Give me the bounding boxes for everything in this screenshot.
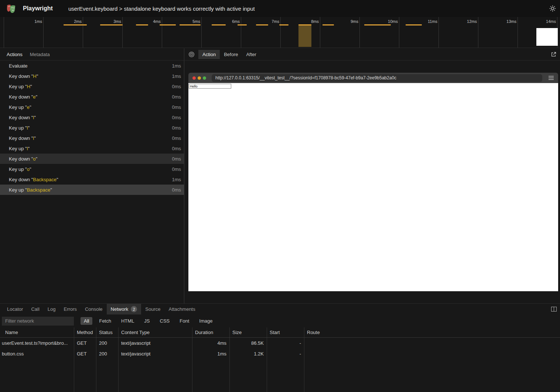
network-column-header[interactable]: Duration: [192, 330, 229, 335]
action-row[interactable]: Key down "o"0ms: [0, 154, 184, 164]
timeline-tick-label: 11ms: [399, 17, 439, 48]
timeline-action-bar[interactable]: [180, 24, 201, 25]
tab-actions[interactable]: Actions: [3, 48, 26, 60]
action-duration: 0ms: [172, 187, 181, 193]
timeline-action-bar[interactable]: [100, 24, 123, 25]
tab-label: Metadata: [30, 52, 50, 57]
action-key-value: e: [27, 104, 30, 110]
network-cell: text/javascript: [118, 340, 192, 346]
timeline-action-bar[interactable]: [136, 24, 148, 25]
timeline-tick-label: 5ms: [162, 17, 202, 48]
network-column-header[interactable]: Content Type: [118, 330, 192, 335]
network-column-header[interactable]: Method: [74, 330, 96, 335]
open-snapshot-external-icon[interactable]: [551, 52, 556, 57]
actions-panel-tabs: ActionsMetadata: [0, 48, 184, 61]
snapshot-text-input[interactable]: [189, 84, 231, 89]
details-tab-network[interactable]: Network2: [107, 304, 141, 314]
timeline[interactable]: 1ms2ms3ms4ms5ms6ms7ms8ms9ms10ms11ms12ms1…: [0, 17, 560, 48]
action-duration: 0ms: [172, 104, 181, 110]
network-table-header: NameMethodStatusContent TypeDurationSize…: [0, 327, 560, 338]
details-tab-locator[interactable]: Locator: [3, 304, 27, 314]
timeline-action-bar[interactable]: [406, 24, 422, 25]
action-row[interactable]: Key down "l"0ms: [0, 133, 184, 143]
action-row[interactable]: Key up "l"0ms: [0, 143, 184, 154]
snapshot-tab-label: After: [246, 52, 256, 57]
toggle-layout-icon[interactable]: [551, 307, 557, 312]
action-row[interactable]: Key down "H"1ms: [0, 71, 184, 81]
timeline-action-bar[interactable]: [322, 24, 334, 25]
snapshot-tab-action[interactable]: Action: [198, 50, 220, 59]
settings-gear-icon[interactable]: [549, 5, 556, 12]
network-column-header[interactable]: Route: [304, 330, 560, 335]
details-tab-source[interactable]: Source: [141, 304, 164, 314]
action-row[interactable]: Key down "Backspace"1ms: [0, 174, 184, 185]
action-label: Key up "e": [9, 104, 172, 110]
timeline-screenshot-thumbnail[interactable]: [536, 28, 558, 46]
timeline-action-bar[interactable]: [364, 24, 391, 25]
filter-chip-css[interactable]: CSS: [157, 317, 173, 325]
action-row[interactable]: Key up "l"0ms: [0, 123, 184, 133]
network-cell: 4ms: [192, 340, 229, 346]
pick-locator-target-icon[interactable]: [188, 51, 195, 58]
filter-chip-js[interactable]: JS: [141, 317, 153, 325]
filter-chip-all[interactable]: All: [81, 317, 92, 325]
snapshot-tab-after[interactable]: After: [242, 50, 260, 59]
network-column-header[interactable]: Start: [267, 330, 304, 335]
details-tab-call[interactable]: Call: [27, 304, 43, 314]
action-duration: 0ms: [172, 94, 181, 100]
filter-chip-fetch[interactable]: Fetch: [96, 317, 115, 325]
timeline-action-bar[interactable]: [212, 24, 226, 25]
timeline-action-bar[interactable]: [298, 24, 311, 25]
details-tab-log[interactable]: Log: [44, 304, 60, 314]
action-row[interactable]: Key up "e"0ms: [0, 102, 184, 112]
timeline-action-bar[interactable]: [256, 24, 268, 25]
details-tab-errors[interactable]: Errors: [59, 304, 81, 314]
action-duration: 0ms: [172, 146, 181, 151]
action-row[interactable]: Key up "H"0ms: [0, 81, 184, 92]
action-key-value: l: [27, 125, 28, 131]
timeline-action-bar[interactable]: [160, 24, 176, 25]
actions-panel: ActionsMetadata Evaluate1msKey down "H"1…: [0, 48, 184, 303]
snapshot-tab-before[interactable]: Before: [220, 50, 242, 59]
timeline-tick-label: 6ms: [202, 17, 241, 48]
snapshot-tabs: ActionBeforeAfter: [198, 48, 260, 60]
action-label: Evaluate: [9, 63, 172, 69]
timeline-action-bar[interactable]: [64, 24, 87, 25]
action-label: Key down "l": [9, 135, 172, 141]
details-panel: LocatorCallLogErrorsConsoleNetwork2Sourc…: [0, 303, 560, 392]
action-key-value: Backspace: [33, 177, 57, 182]
filter-chip-image[interactable]: Image: [196, 317, 216, 325]
network-cell: 1.2K: [229, 351, 267, 357]
network-cell: -: [267, 340, 304, 346]
details-tab-console[interactable]: Console: [81, 304, 107, 314]
network-request-row[interactable]: userEvent.test.ts?import&bro...GET200tex…: [0, 338, 560, 348]
action-label: Key down "o": [9, 156, 172, 162]
action-label: Key down "Backspace": [9, 177, 172, 182]
action-row[interactable]: Key down "l"0ms: [0, 112, 184, 123]
window-close-dot: [192, 76, 196, 80]
details-tab-attachments[interactable]: Attachments: [164, 304, 199, 314]
timeline-action-bar[interactable]: [238, 24, 247, 25]
filter-chip-font[interactable]: Font: [176, 317, 192, 325]
window-maximize-dot: [203, 76, 206, 80]
action-row[interactable]: Key down "e"0ms: [0, 92, 184, 102]
tab-metadata[interactable]: Metadata: [26, 48, 54, 60]
timeline-tick-label: 9ms: [320, 17, 360, 48]
action-row[interactable]: Key up "o"0ms: [0, 164, 184, 174]
action-key-value: o: [33, 156, 35, 162]
network-request-row[interactable]: button.cssGET200text/javascript1ms1.2K-: [0, 348, 560, 359]
action-row[interactable]: Evaluate1ms: [0, 61, 184, 71]
timeline-action-bar[interactable]: [279, 24, 288, 25]
action-label: Key up "l": [9, 146, 172, 151]
network-column-header[interactable]: Status: [96, 330, 118, 335]
snapshot-panel: ActionBeforeAfter http://127.0.0.1:63315…: [185, 48, 560, 303]
action-key-value: H: [27, 84, 30, 89]
network-column-header[interactable]: Size: [229, 330, 267, 335]
network-column-header[interactable]: Name: [0, 330, 74, 335]
network-table-body: userEvent.test.ts?import&bro...GET200tex…: [0, 338, 560, 359]
network-filter-input[interactable]: [2, 317, 74, 326]
filter-chip-html[interactable]: HTML: [118, 317, 137, 325]
network-cell: 86.5K: [229, 340, 267, 346]
action-row[interactable]: Key up "Backspace"0ms: [0, 185, 184, 195]
details-tab-label: Errors: [64, 306, 76, 312]
